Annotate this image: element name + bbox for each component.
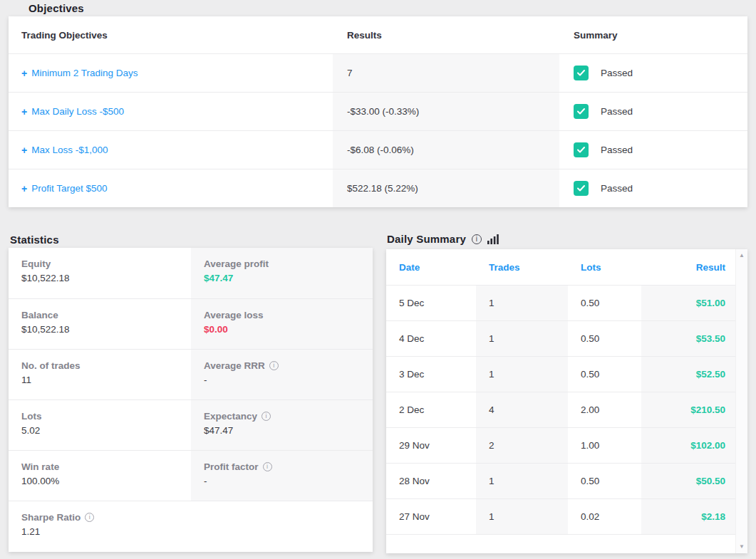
objective-row: + Max Daily Loss -$500 -$33.00 (-0.33%) … (9, 92, 747, 130)
objectives-table-body: + Minimum 2 Trading Days 7 Passed + Max … (9, 53, 747, 207)
objective-status: Passed (601, 68, 633, 78)
stat-average-profit: Average profit$47.47 (191, 248, 373, 298)
daily-summary-scrollbar[interactable]: ▲ ▼ (735, 249, 747, 553)
daily-summary-table-header: Date Trades Lots Result (386, 249, 735, 285)
stat-balance: Balance$10,522.18 (9, 299, 191, 349)
objective-name[interactable]: Max Daily Loss -$500 (31, 106, 124, 117)
daily-result-cell: $51.00 (641, 286, 735, 320)
objective-result: -$33.00 (-0.33%) (333, 93, 559, 130)
daily-summary-row: 28 Nov 1 0.50 $50.50 (386, 463, 735, 498)
daily-summary-row: 2 Dec 4 2.00 $210.50 (386, 392, 735, 427)
daily-lots-cell: 0.02 (568, 499, 641, 534)
stat-lots: Lots5.02 (9, 400, 191, 450)
statistics-row: Lots5.02Expectancyi$47.47 (9, 399, 373, 450)
daily-date-cell: 29 Nov (386, 428, 476, 463)
daily-trades-cell: 4 (476, 392, 568, 427)
stat-win-rate: Win rate100.00% (9, 451, 191, 501)
stat-value: 11 (21, 375, 191, 385)
info-icon[interactable]: i (262, 412, 271, 421)
stat-label: Lots (21, 411, 42, 422)
stat-profit-factor: Profit factori- (191, 451, 373, 501)
scroll-down-icon[interactable]: ▼ (739, 544, 745, 550)
column-header-summary: Summary (559, 16, 747, 53)
daily-date-cell: 4 Dec (386, 321, 476, 356)
stat-no-of-trades: No. of trades11 (9, 350, 191, 399)
daily-lots-cell: 1.00 (568, 428, 641, 463)
daily-trades-cell: 1 (476, 286, 568, 320)
objectives-section-title: Objectives (29, 2, 84, 14)
objective-name[interactable]: Max Loss -$1,000 (31, 145, 108, 155)
objective-link[interactable]: + Max Daily Loss -$500 (21, 106, 124, 117)
stat-value: - (204, 476, 373, 486)
daily-lots-cell: 0.50 (568, 286, 641, 320)
daily-date-cell: 2 Dec (386, 392, 476, 427)
objective-result: -$6.08 (-0.06%) (333, 131, 559, 169)
objective-link[interactable]: + Minimum 2 Trading Days (21, 68, 138, 79)
column-header-date[interactable]: Date (386, 249, 476, 285)
stat-label: Average RRR (204, 360, 265, 371)
stat-value: - (204, 375, 373, 385)
passed-checkbox-icon (574, 142, 589, 157)
statistics-grid: Equity$10,522.18Average profit$47.47Bala… (9, 248, 373, 551)
column-header-lots[interactable]: Lots (568, 249, 641, 285)
daily-result-cell: $102.00 (641, 428, 735, 463)
stat-label: Average loss (204, 310, 264, 320)
column-header-trades[interactable]: Trades (476, 249, 568, 285)
daily-lots-cell: 0.50 (568, 321, 641, 356)
statistics-card: Equity$10,522.18Average profit$47.47Bala… (9, 248, 373, 552)
stat-label: Average profit (204, 258, 269, 269)
column-header-result[interactable]: Result (641, 249, 735, 285)
daily-date-cell: 3 Dec (386, 357, 476, 392)
stat-value: 100.00% (21, 476, 191, 486)
daily-summary-row: 5 Dec 1 0.50 $51.00 (386, 285, 735, 320)
stat-label: Win rate (21, 461, 59, 472)
daily-date-cell: 28 Nov (386, 464, 476, 498)
stat-equity: Equity$10,522.18 (9, 248, 191, 298)
daily-summary-table-body: 5 Dec 1 0.50 $51.00 4 Dec 1 0.50 $53.50 … (386, 285, 735, 534)
statistics-row: No. of trades11Average RRRi- (9, 349, 373, 399)
stat-average-rrr: Average RRRi- (191, 350, 373, 399)
stat-label: Sharpe Ratio (21, 512, 81, 523)
info-icon[interactable]: i (85, 513, 94, 522)
stat-label: Expectancy (204, 411, 257, 422)
objective-name[interactable]: Profit Target $500 (31, 183, 107, 194)
daily-result-cell: $53.50 (641, 321, 735, 356)
objectives-table-header: Trading Objectives Results Summary (9, 16, 747, 53)
daily-lots-cell: 2.00 (568, 392, 641, 427)
daily-summary-row: 3 Dec 1 0.50 $52.50 (386, 356, 735, 392)
expand-plus-icon[interactable]: + (21, 183, 27, 194)
daily-trades-cell: 1 (476, 321, 568, 356)
statistics-row: Balance$10,522.18Average loss$0.00 (9, 298, 373, 349)
daily-date-cell: 5 Dec (386, 286, 476, 320)
stat-sharpe-ratio: Sharpe Ratioi1.21 (9, 501, 373, 551)
daily-trades-cell: 2 (476, 428, 568, 463)
statistics-section-title: Statistics (10, 234, 59, 246)
info-icon[interactable]: i (472, 234, 482, 244)
objective-link[interactable]: + Max Loss -$1,000 (21, 145, 108, 156)
objective-row: + Max Loss -$1,000 -$6.08 (-0.06%) Passe… (9, 130, 747, 169)
daily-trades-cell: 1 (476, 499, 568, 534)
stat-value: $10,522.18 (21, 273, 191, 283)
passed-checkbox-icon (574, 181, 589, 196)
objectives-card: Trading Objectives Results Summary + Min… (9, 16, 747, 207)
expand-plus-icon[interactable]: + (21, 68, 27, 79)
bar-chart-icon[interactable] (487, 234, 499, 244)
objective-row: + Profit Target $500 $522.18 (5.22%) Pas… (9, 169, 747, 207)
expand-plus-icon[interactable]: + (21, 145, 27, 156)
objective-name[interactable]: Minimum 2 Trading Days (31, 68, 138, 78)
daily-table-filler (386, 534, 735, 553)
column-header-results: Results (333, 16, 559, 53)
expand-plus-icon[interactable]: + (21, 106, 27, 117)
stat-value: 1.21 (21, 526, 373, 537)
column-header-trading-objectives: Trading Objectives (9, 16, 333, 53)
scroll-up-icon[interactable]: ▲ (739, 253, 745, 258)
objective-link[interactable]: + Profit Target $500 (21, 183, 108, 194)
daily-trades-cell: 1 (476, 464, 568, 498)
stat-label: Profit factor (204, 461, 259, 472)
passed-checkbox-icon (574, 104, 589, 119)
stat-expectancy: Expectancyi$47.47 (191, 400, 373, 450)
trading-dashboard: Objectives Trading Objectives Results Su… (0, 0, 756, 559)
daily-date-cell: 27 Nov (386, 499, 476, 534)
info-icon[interactable]: i (269, 361, 279, 370)
info-icon[interactable]: i (263, 462, 272, 471)
